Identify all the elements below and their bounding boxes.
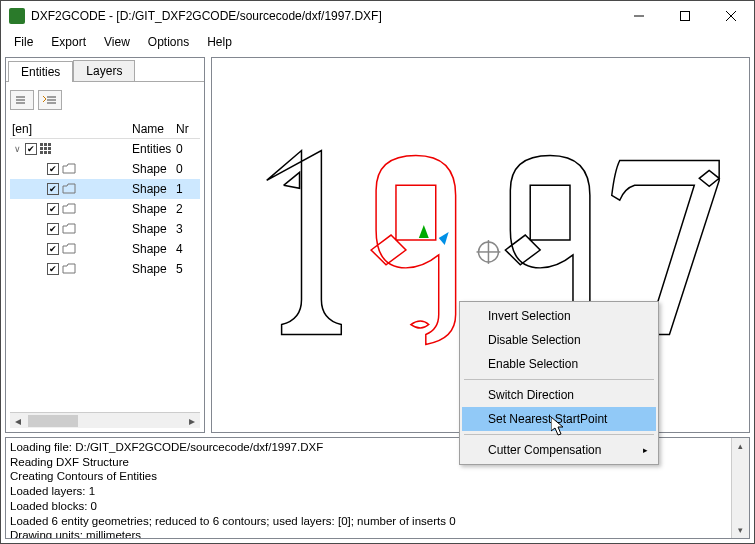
shape-icon xyxy=(62,243,76,255)
direction-arrow-icon xyxy=(439,232,449,245)
expander-icon[interactable]: ∨ xyxy=(12,144,22,154)
tree-header: [en] Name Nr xyxy=(10,120,200,139)
svg-rect-16 xyxy=(40,151,43,154)
expand-all-button[interactable] xyxy=(38,90,62,110)
tree-row-nr: 1 xyxy=(176,182,200,196)
ctx-switch-direction[interactable]: Switch Direction xyxy=(462,383,656,407)
tree-header-group: [en] xyxy=(10,122,132,136)
tree-header-nr[interactable]: Nr xyxy=(176,122,200,136)
svg-rect-11 xyxy=(44,143,47,146)
expand-icon xyxy=(43,95,57,105)
ctx-enable-selection[interactable]: Enable Selection xyxy=(462,352,656,376)
checkbox[interactable] xyxy=(47,263,59,275)
minimize-button[interactable] xyxy=(616,1,662,31)
maximize-icon xyxy=(680,11,690,21)
tree-root-name: Entities xyxy=(132,142,176,156)
ctx-disable-selection[interactable]: Disable Selection xyxy=(462,328,656,352)
tree-toolbar xyxy=(10,90,200,110)
collapse-all-button[interactable] xyxy=(10,90,34,110)
close-icon xyxy=(726,11,736,21)
tree-row-name: Shape xyxy=(132,222,176,236)
checkbox[interactable] xyxy=(47,183,59,195)
tree-row[interactable]: Shape5 xyxy=(10,259,200,279)
ctx-separator xyxy=(464,379,654,380)
checkbox[interactable] xyxy=(47,163,59,175)
ctx-set-nearest-startpoint[interactable]: Set Nearest StartPoint xyxy=(462,407,656,431)
tree-row[interactable]: Shape4 xyxy=(10,239,200,259)
titlebar: DXF2GCODE - [D:/GIT_DXF2GCODE/sourcecode… xyxy=(1,1,754,31)
checkbox[interactable] xyxy=(47,223,59,235)
log-vscrollbar[interactable]: ▴ ▾ xyxy=(731,438,749,538)
shape-icon xyxy=(62,223,76,235)
entities-tab-body: [en] Name Nr ∨Entities0Shape0Shape1Shape… xyxy=(6,81,204,432)
tab-entities[interactable]: Entities xyxy=(8,61,73,82)
tree-row-name: Shape xyxy=(132,182,176,196)
tree-row-name: Shape xyxy=(132,242,176,256)
tab-layers[interactable]: Layers xyxy=(73,60,135,81)
tree-root-entities[interactable]: ∨Entities0 xyxy=(10,139,200,159)
tree-row-nr: 3 xyxy=(176,222,200,236)
grid-icon xyxy=(40,143,52,155)
entities-panel: Entities Layers [en] Name xyxy=(5,57,205,433)
checkbox[interactable] xyxy=(47,243,59,255)
checkbox[interactable] xyxy=(25,143,37,155)
close-button[interactable] xyxy=(708,1,754,31)
scroll-right-arrow-icon[interactable]: ▸ xyxy=(184,413,200,429)
svg-rect-1 xyxy=(681,12,690,21)
menu-export[interactable]: Export xyxy=(42,33,95,51)
scroll-down-arrow-icon[interactable]: ▾ xyxy=(732,522,749,538)
ctx-cutter-compensation-label: Cutter Compensation xyxy=(488,443,601,457)
tree-row[interactable]: Shape0 xyxy=(10,159,200,179)
tree-row-name: Shape xyxy=(132,162,176,176)
menu-file[interactable]: File xyxy=(5,33,42,51)
tree-header-name[interactable]: Name xyxy=(132,122,176,136)
tree-row-name: Shape xyxy=(132,202,176,216)
tree-row-nr: 4 xyxy=(176,242,200,256)
context-menu: Invert Selection Disable Selection Enabl… xyxy=(459,301,659,465)
crosshair-icon xyxy=(477,240,501,264)
scroll-left-arrow-icon[interactable]: ◂ xyxy=(10,413,26,429)
tab-strip: Entities Layers xyxy=(6,58,204,81)
tree-row-nr: 2 xyxy=(176,202,200,216)
scroll-up-arrow-icon[interactable]: ▴ xyxy=(732,438,749,454)
menu-help[interactable]: Help xyxy=(198,33,241,51)
ctx-separator xyxy=(464,434,654,435)
minimize-icon xyxy=(634,11,644,21)
menubar: File Export View Options Help xyxy=(1,31,754,53)
shape-icon xyxy=(62,163,76,175)
tree-hscrollbar[interactable]: ◂ ▸ xyxy=(10,412,200,428)
window-controls xyxy=(616,1,754,31)
svg-rect-14 xyxy=(44,147,47,150)
tree-row-nr: 5 xyxy=(176,262,200,276)
tree-body: ∨Entities0Shape0Shape1Shape2Shape3Shape4… xyxy=(10,139,200,412)
checkbox[interactable] xyxy=(47,203,59,215)
app-window: DXF2GCODE - [D:/GIT_DXF2GCODE/sourcecode… xyxy=(0,0,755,544)
shape-icon xyxy=(62,263,76,275)
svg-rect-10 xyxy=(40,143,43,146)
tree-root-nr: 0 xyxy=(176,142,200,156)
scroll-thumb[interactable] xyxy=(28,415,78,427)
svg-rect-18 xyxy=(48,151,51,154)
svg-rect-12 xyxy=(48,143,51,146)
ctx-invert-selection[interactable]: Invert Selection xyxy=(462,304,656,328)
collapse-icon xyxy=(15,95,29,105)
menu-options[interactable]: Options xyxy=(139,33,198,51)
start-arrow-icon xyxy=(419,225,429,238)
svg-rect-15 xyxy=(48,147,51,150)
tree-row[interactable]: Shape1 xyxy=(10,179,200,199)
shape-icon xyxy=(62,203,76,215)
window-title: DXF2GCODE - [D:/GIT_DXF2GCODE/sourcecode… xyxy=(31,9,616,23)
tree-row-name: Shape xyxy=(132,262,176,276)
maximize-button[interactable] xyxy=(662,1,708,31)
ctx-cutter-compensation[interactable]: Cutter Compensation ▸ xyxy=(462,438,656,462)
shape-icon xyxy=(62,183,76,195)
app-icon xyxy=(9,8,25,24)
tree-row[interactable]: Shape3 xyxy=(10,219,200,239)
tree-row[interactable]: Shape2 xyxy=(10,199,200,219)
menu-view[interactable]: View xyxy=(95,33,139,51)
svg-rect-13 xyxy=(40,147,43,150)
svg-rect-17 xyxy=(44,151,47,154)
submenu-arrow-icon: ▸ xyxy=(643,445,648,455)
tree-row-nr: 0 xyxy=(176,162,200,176)
client-area: Entities Layers [en] Name xyxy=(1,53,754,543)
